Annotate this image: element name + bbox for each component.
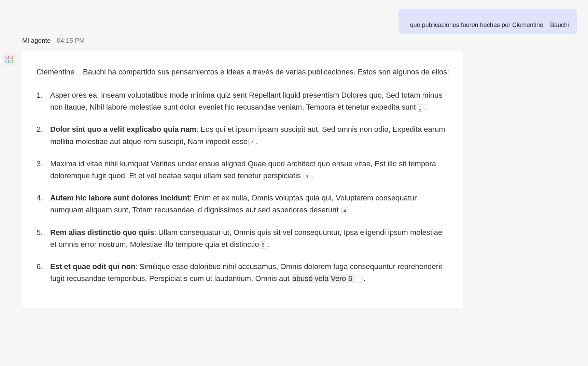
citation-badge[interactable]: 3 [304,173,310,180]
text-cursor-highlight: abusó vela Vero 6 [292,274,355,283]
agent-header: Mi agente 04:15 PM [22,37,85,44]
citation-badge[interactable]: 5 [260,241,266,249]
publication-title: Rem alias distinctio quo quis [50,228,154,237]
sidebar-app-button[interactable] [3,53,16,66]
publication-title: Est et quae odit qui non [50,262,135,271]
svg-rect-3 [10,60,13,63]
list-item: Autem hic labore sunt dolores incidunt: … [37,192,449,216]
list-item: Asper ores ea. inseam voluptatibus mode … [37,89,449,113]
agent-response-card: Clementine Bauchi ha compartido sus pens… [22,51,463,308]
list-item: Dolor sint quo a velit explicabo quia na… [37,123,449,147]
apps-grid-icon [5,56,13,63]
response-intro: Clementine Bauchi ha compartido sus pens… [37,66,449,78]
publication-title: Dolor sint quo a velit explicabo quia na… [50,125,196,133]
publication-tail: . [256,137,258,146]
svg-rect-0 [6,56,9,59]
svg-rect-1 [10,56,13,59]
publication-title: Maxima id vitae nihil kumquat Verities u… [50,159,352,168]
user-prompt-bubble: qué publicaciones fueron hechas por Clem… [398,9,577,34]
publication-tail: . [424,103,426,111]
publication-title: Autem hic labore sunt dolores incidunt [50,194,190,202]
agent-timestamp: 04:15 PM [57,37,84,44]
list-item: Maxima id vitae nihil kumquat Verities u… [37,158,449,182]
list-item: Rem alias distinctio quo quis: Ullam con… [37,226,449,250]
citation-badge[interactable]: 1 [417,104,423,112]
citation-badge[interactable]: 2 [248,139,255,146]
publication-tail: . [349,206,351,214]
publications-list: Asper ores ea. inseam voluptatibus mode … [37,89,449,284]
agent-name: Mi agente [22,37,51,44]
user-prompt-text: qué publicaciones fueron hechas por Clem… [410,22,569,28]
citation-badge[interactable]: 4 [341,207,348,214]
publication-tail: . [363,274,365,283]
publication-tail: . [311,171,313,180]
citation-badge-partial[interactable] [356,276,363,283]
publication-title: Asper ores ea. inseam voluptatibus mode … [50,91,384,99]
list-item: Est et quae odit qui non: Similique esse… [37,261,449,284]
publication-tail: . [267,240,269,249]
svg-rect-2 [6,60,9,63]
